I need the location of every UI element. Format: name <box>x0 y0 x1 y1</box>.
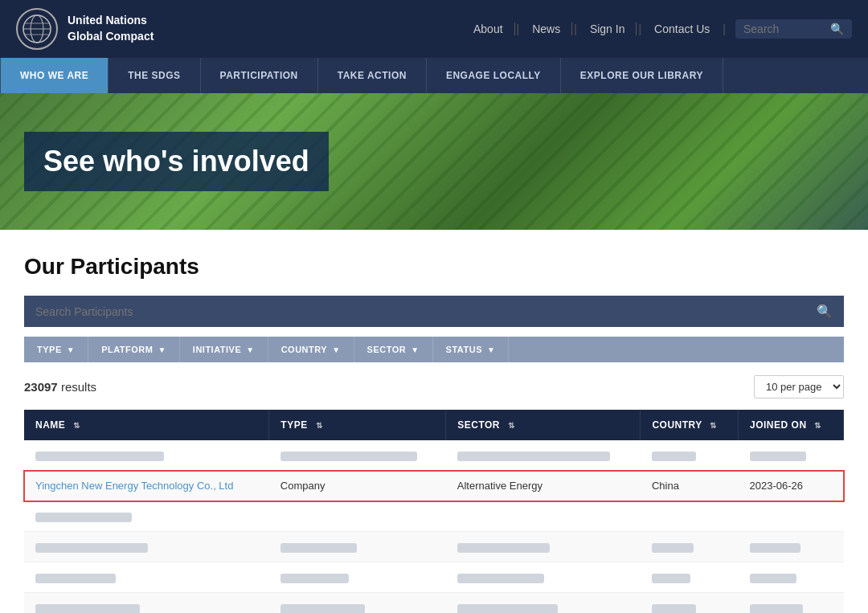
filter-status-arrow: ▼ <box>487 345 495 354</box>
nav-news[interactable]: News <box>521 22 572 35</box>
highlighted-name[interactable]: Yingchen New Energy Technology Co., Ltd <box>24 471 269 501</box>
results-row: 23097 results 10 per page 25 per page 50… <box>24 375 844 398</box>
highlighted-table-row: Yingchen New Energy Technology Co., Ltd … <box>24 471 844 501</box>
per-page-select[interactable]: 10 per page 25 per page 50 per page <box>754 375 844 398</box>
sort-type-icon[interactable]: ⇅ <box>316 421 323 430</box>
nav-the-sdgs[interactable]: THE SDGS <box>108 58 200 93</box>
sort-joined-icon[interactable]: ⇅ <box>814 421 821 430</box>
sort-sector-icon[interactable]: ⇅ <box>508 421 515 430</box>
participants-search-icon[interactable]: 🔍 <box>817 304 833 319</box>
table-row <box>24 593 844 614</box>
filter-platform[interactable]: PLATFORM ▼ <box>88 337 180 362</box>
filter-sector-arrow: ▼ <box>411 345 419 354</box>
main-content: Our Participants 🔍 TYPE ▼ PLATFORM ▼ INI… <box>0 230 868 613</box>
top-search-area: 🔍 <box>735 19 852 39</box>
hero-title: See who's involved <box>43 145 309 178</box>
participants-table: NAME ⇅ TYPE ⇅ SECTOR ⇅ COUNTRY ⇅ JOINED … <box>24 410 844 613</box>
top-nav: United Nations Global Compact About | Ne… <box>0 0 868 58</box>
sort-name-icon[interactable]: ⇅ <box>73 421 80 430</box>
main-nav: WHO WE ARE THE SDGS PARTICIPATION TAKE A… <box>0 58 868 93</box>
filter-initiative-arrow: ▼ <box>246 345 254 354</box>
sort-country-icon[interactable]: ⇅ <box>710 421 717 430</box>
site-name: United Nations Global Compact <box>68 13 154 44</box>
col-sector: SECTOR ⇅ <box>446 410 641 440</box>
nav-take-action[interactable]: TAKE ACTION <box>318 58 427 93</box>
filter-country[interactable]: COUNTRY ▼ <box>268 337 354 362</box>
table-header: NAME ⇅ TYPE ⇅ SECTOR ⇅ COUNTRY ⇅ JOINED … <box>24 410 844 440</box>
filter-platform-arrow: ▼ <box>158 345 166 354</box>
results-count: 23097 results <box>24 380 96 394</box>
col-country: COUNTRY ⇅ <box>641 410 739 440</box>
nav-explore-library[interactable]: EXPLORE OUR LIBRARY <box>561 58 723 93</box>
nav-about[interactable]: About <box>462 22 515 35</box>
page-title: Our Participants <box>24 254 844 280</box>
hero-section: See who's involved <box>0 93 868 230</box>
filter-status[interactable]: STATUS ▼ <box>433 337 510 362</box>
top-links: About | News | Sign In | Contact Us | <box>462 22 727 35</box>
col-joined: JOINED ON ⇅ <box>739 410 844 440</box>
top-search-input[interactable] <box>743 22 824 35</box>
filters-bar: TYPE ▼ PLATFORM ▼ INITIATIVE ▼ COUNTRY ▼… <box>24 337 844 362</box>
logo-area: United Nations Global Compact <box>16 8 154 50</box>
logo-icon <box>16 8 58 50</box>
col-type: TYPE ⇅ <box>269 410 446 440</box>
hero-title-box: See who's involved <box>24 132 329 191</box>
nav-contact[interactable]: Contact Us <box>643 22 721 35</box>
top-search-icon[interactable]: 🔍 <box>830 22 844 35</box>
highlighted-type: Company <box>269 471 446 501</box>
table-row <box>24 532 844 562</box>
filter-type-arrow: ▼ <box>67 345 75 354</box>
participants-search-bar: 🔍 <box>24 296 844 327</box>
table-row <box>24 501 844 532</box>
table-row <box>24 440 844 471</box>
nav-participation[interactable]: PARTICIPATION <box>201 58 318 93</box>
col-name: NAME ⇅ <box>24 410 269 440</box>
filter-initiative[interactable]: INITIATIVE ▼ <box>180 337 268 362</box>
nav-engage-locally[interactable]: ENGAGE LOCALLY <box>427 58 561 93</box>
highlighted-joined: 2023-06-26 <box>739 471 844 501</box>
filter-country-arrow: ▼ <box>332 345 340 354</box>
table-row <box>24 562 844 593</box>
nav-who-we-are[interactable]: WHO WE ARE <box>0 58 108 93</box>
participants-search-input[interactable] <box>35 305 817 318</box>
highlighted-sector: Alternative Energy <box>446 471 641 501</box>
filter-sector[interactable]: SECTOR ▼ <box>354 337 433 362</box>
highlighted-country: China <box>641 471 739 501</box>
nav-signin[interactable]: Sign In <box>579 22 637 35</box>
filter-type[interactable]: TYPE ▼ <box>24 337 88 362</box>
